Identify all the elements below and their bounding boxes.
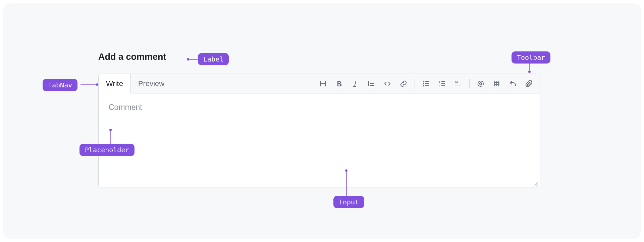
annotation-connector — [110, 131, 111, 144]
annotation-input: Input — [333, 196, 364, 208]
task-list-icon — [454, 80, 462, 88]
quote-button[interactable] — [364, 76, 379, 91]
annotation-toolbar: Toolbar — [512, 51, 550, 64]
canvas: Add a comment Write Preview — [3, 3, 641, 239]
link-icon — [399, 80, 408, 88]
link-button[interactable] — [396, 76, 411, 91]
attach-icon — [525, 80, 533, 88]
markdown-toolbar: 12 — [312, 74, 540, 93]
mention-button[interactable] — [473, 76, 488, 91]
italic-button[interactable] — [347, 76, 363, 91]
tab-write[interactable]: Write — [99, 74, 131, 93]
toolbar-divider — [415, 79, 415, 88]
annotation-connector — [189, 59, 198, 60]
annotation-dot — [109, 129, 112, 131]
toolbar-divider — [469, 79, 470, 88]
mention-icon — [477, 80, 485, 88]
attach-button[interactable] — [521, 76, 537, 91]
heading-button[interactable] — [315, 76, 331, 91]
bold-icon — [335, 80, 343, 88]
heading-icon — [319, 80, 327, 88]
tab-nav: Write Preview — [99, 74, 540, 93]
annotation-dot — [96, 83, 98, 86]
annotation-dot — [187, 58, 189, 61]
annotation-connector — [346, 172, 347, 196]
italic-icon — [351, 80, 359, 88]
annotation-connector — [80, 84, 96, 85]
annotation-connector — [529, 63, 530, 71]
quote-icon — [367, 80, 375, 88]
comment-box: Write Preview — [98, 74, 540, 188]
page-title: Add a comment — [98, 52, 166, 62]
comment-input[interactable] — [99, 93, 540, 188]
annotation-placeholder: Placeholder — [79, 144, 135, 156]
ordered-list-button[interactable]: 12 — [434, 76, 450, 91]
svg-text:1: 1 — [439, 80, 440, 83]
svg-point-0 — [423, 81, 424, 82]
reply-icon — [509, 80, 517, 88]
code-button[interactable] — [380, 76, 395, 91]
code-icon — [383, 80, 391, 88]
ordered-list-icon: 12 — [438, 80, 446, 88]
svg-point-2 — [423, 85, 424, 86]
annotation-dot — [528, 71, 531, 73]
bold-button[interactable] — [331, 76, 347, 91]
annotation-tabnav: TabNav — [43, 79, 77, 91]
annotation-dot — [345, 169, 347, 172]
svg-text:2: 2 — [439, 84, 440, 87]
tab-preview[interactable]: Preview — [131, 74, 172, 93]
reference-icon — [493, 80, 501, 88]
reference-button[interactable] — [489, 76, 504, 91]
task-list-button[interactable] — [450, 76, 466, 91]
svg-point-1 — [423, 83, 424, 84]
unordered-list-icon — [422, 80, 430, 88]
reply-button[interactable] — [505, 76, 521, 91]
annotation-label: Label — [198, 53, 229, 65]
unordered-list-button[interactable] — [418, 76, 434, 91]
